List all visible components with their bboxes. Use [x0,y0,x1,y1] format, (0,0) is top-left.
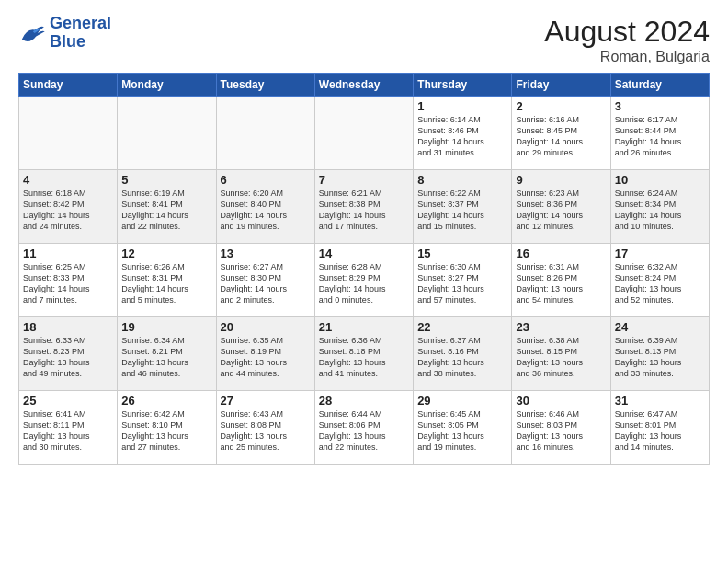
day-number: 10 [615,173,705,187]
day-info: Sunrise: 6:34 AM Sunset: 8:21 PM Dayligh… [121,335,211,380]
day-number: 9 [516,173,606,187]
day-number: 29 [417,394,507,408]
day-info: Sunrise: 6:20 AM Sunset: 8:40 PM Dayligh… [221,188,311,233]
day-info: Sunrise: 6:19 AM Sunset: 8:41 PM Dayligh… [121,188,211,233]
empty-cell [216,97,314,170]
day-cell-9: 9Sunrise: 6:23 AM Sunset: 8:36 PM Daylig… [512,170,610,244]
day-number: 1 [417,99,507,113]
day-info: Sunrise: 6:45 AM Sunset: 8:05 PM Dayligh… [417,408,507,454]
day-info: Sunrise: 6:16 AM Sunset: 8:45 PM Dayligh… [516,114,606,159]
day-number: 30 [516,394,606,408]
day-number: 5 [121,173,211,187]
weekday-tuesday: Tuesday [216,74,314,97]
weekday-wednesday: Wednesday [314,74,413,97]
day-info: Sunrise: 6:41 AM Sunset: 8:11 PM Dayligh… [23,408,113,454]
day-number: 22 [417,320,507,334]
day-cell-2: 2Sunrise: 6:16 AM Sunset: 8:45 PM Daylig… [512,97,610,170]
day-info: Sunrise: 6:36 AM Sunset: 8:18 PM Dayligh… [319,335,409,380]
day-cell-1: 1Sunrise: 6:14 AM Sunset: 8:46 PM Daylig… [414,97,512,170]
day-number: 13 [221,247,311,260]
day-info: Sunrise: 6:23 AM Sunset: 8:36 PM Dayligh… [516,188,606,233]
day-info: Sunrise: 6:35 AM Sunset: 8:19 PM Dayligh… [221,335,311,380]
day-info: Sunrise: 6:25 AM Sunset: 8:33 PM Dayligh… [23,261,113,306]
day-info: Sunrise: 6:47 AM Sunset: 8:01 PM Dayligh… [615,408,705,454]
day-number: 7 [319,173,409,187]
weekday-sunday: Sunday [19,74,118,97]
day-cell-21: 21Sunrise: 6:36 AM Sunset: 8:18 PM Dayli… [314,317,413,391]
day-info: Sunrise: 6:14 AM Sunset: 8:46 PM Dayligh… [417,114,507,159]
week-row-5: 25Sunrise: 6:41 AM Sunset: 8:11 PM Dayli… [19,391,710,465]
day-info: Sunrise: 6:37 AM Sunset: 8:16 PM Dayligh… [417,335,507,380]
month-title: August 2024 [544,15,710,49]
day-cell-6: 6Sunrise: 6:20 AM Sunset: 8:40 PM Daylig… [216,170,314,244]
day-cell-30: 30Sunrise: 6:46 AM Sunset: 8:03 PM Dayli… [512,391,610,465]
day-number: 26 [121,394,211,408]
day-cell-27: 27Sunrise: 6:43 AM Sunset: 8:08 PM Dayli… [216,391,314,465]
day-number: 23 [516,320,606,334]
day-number: 2 [516,99,606,113]
day-number: 8 [417,173,507,187]
week-row-4: 18Sunrise: 6:33 AM Sunset: 8:23 PM Dayli… [19,317,710,391]
day-info: Sunrise: 6:24 AM Sunset: 8:34 PM Dayligh… [615,188,705,233]
day-cell-29: 29Sunrise: 6:45 AM Sunset: 8:05 PM Dayli… [414,391,512,465]
logo-line2: Blue [50,32,85,51]
day-cell-20: 20Sunrise: 6:35 AM Sunset: 8:19 PM Dayli… [216,317,314,391]
day-info: Sunrise: 6:28 AM Sunset: 8:29 PM Dayligh… [319,261,409,306]
weekday-thursday: Thursday [414,74,512,97]
day-cell-8: 8Sunrise: 6:22 AM Sunset: 8:37 PM Daylig… [414,170,512,244]
day-number: 6 [221,173,311,187]
header: General Blue August 2024 Roman, Bulgaria [18,15,710,65]
day-cell-24: 24Sunrise: 6:39 AM Sunset: 8:13 PM Dayli… [610,317,709,391]
empty-cell [19,97,118,170]
day-cell-12: 12Sunrise: 6:26 AM Sunset: 8:31 PM Dayli… [118,244,216,317]
day-number: 19 [121,320,211,334]
day-info: Sunrise: 6:43 AM Sunset: 8:08 PM Dayligh… [221,408,311,454]
day-info: Sunrise: 6:26 AM Sunset: 8:31 PM Dayligh… [121,261,211,306]
day-info: Sunrise: 6:39 AM Sunset: 8:13 PM Dayligh… [615,335,705,380]
day-cell-25: 25Sunrise: 6:41 AM Sunset: 8:11 PM Dayli… [19,391,118,465]
day-cell-14: 14Sunrise: 6:28 AM Sunset: 8:29 PM Dayli… [314,244,413,317]
day-number: 20 [221,320,311,334]
weekday-saturday: Saturday [610,74,709,97]
day-info: Sunrise: 6:42 AM Sunset: 8:10 PM Dayligh… [121,408,211,454]
day-cell-13: 13Sunrise: 6:27 AM Sunset: 8:30 PM Dayli… [216,244,314,317]
day-number: 4 [23,173,113,187]
weekday-friday: Friday [512,74,610,97]
day-number: 28 [319,394,409,408]
day-number: 15 [417,247,507,260]
day-cell-22: 22Sunrise: 6:37 AM Sunset: 8:16 PM Dayli… [414,317,512,391]
day-cell-18: 18Sunrise: 6:33 AM Sunset: 8:23 PM Dayli… [19,317,118,391]
day-info: Sunrise: 6:27 AM Sunset: 8:30 PM Dayligh… [221,261,311,306]
day-number: 11 [23,247,113,260]
day-cell-7: 7Sunrise: 6:21 AM Sunset: 8:38 PM Daylig… [314,170,413,244]
day-cell-23: 23Sunrise: 6:38 AM Sunset: 8:15 PM Dayli… [512,317,610,391]
day-cell-11: 11Sunrise: 6:25 AM Sunset: 8:33 PM Dayli… [19,244,118,317]
logo: General Blue [18,15,111,52]
day-cell-3: 3Sunrise: 6:17 AM Sunset: 8:44 PM Daylig… [610,97,709,170]
week-row-1: 1Sunrise: 6:14 AM Sunset: 8:46 PM Daylig… [19,97,710,170]
day-number: 16 [516,247,606,260]
week-row-3: 11Sunrise: 6:25 AM Sunset: 8:33 PM Dayli… [19,244,710,317]
day-number: 17 [615,247,705,260]
day-info: Sunrise: 6:30 AM Sunset: 8:27 PM Dayligh… [417,261,507,306]
day-number: 27 [221,394,311,408]
day-cell-31: 31Sunrise: 6:47 AM Sunset: 8:01 PM Dayli… [610,391,709,465]
location: Roman, Bulgaria [544,49,710,65]
day-info: Sunrise: 6:32 AM Sunset: 8:24 PM Dayligh… [615,261,705,306]
day-cell-26: 26Sunrise: 6:42 AM Sunset: 8:10 PM Dayli… [118,391,216,465]
empty-cell [314,97,413,170]
day-info: Sunrise: 6:38 AM Sunset: 8:15 PM Dayligh… [516,335,606,380]
day-number: 21 [319,320,409,334]
day-cell-17: 17Sunrise: 6:32 AM Sunset: 8:24 PM Dayli… [610,244,709,317]
logo-icon [18,22,46,44]
day-cell-10: 10Sunrise: 6:24 AM Sunset: 8:34 PM Dayli… [610,170,709,244]
day-cell-4: 4Sunrise: 6:18 AM Sunset: 8:42 PM Daylig… [19,170,118,244]
day-info: Sunrise: 6:44 AM Sunset: 8:06 PM Dayligh… [319,408,409,454]
day-number: 24 [615,320,705,334]
day-cell-16: 16Sunrise: 6:31 AM Sunset: 8:26 PM Dayli… [512,244,610,317]
day-info: Sunrise: 6:46 AM Sunset: 8:03 PM Dayligh… [516,408,606,454]
title-block: August 2024 Roman, Bulgaria [544,15,710,65]
day-cell-28: 28Sunrise: 6:44 AM Sunset: 8:06 PM Dayli… [314,391,413,465]
day-info: Sunrise: 6:17 AM Sunset: 8:44 PM Dayligh… [615,114,705,159]
day-number: 14 [319,247,409,260]
